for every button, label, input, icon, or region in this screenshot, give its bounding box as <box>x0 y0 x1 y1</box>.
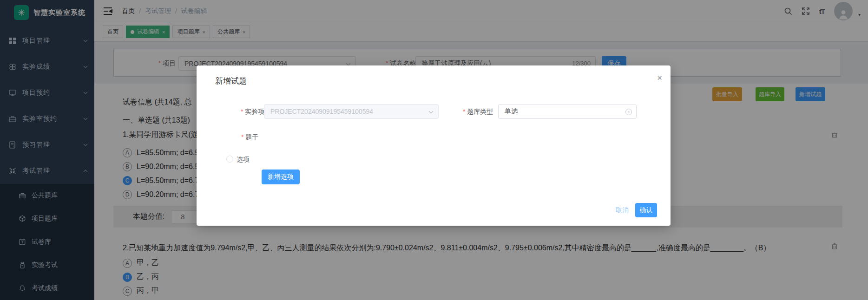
chevron-down-icon <box>428 111 434 114</box>
clear-circle-icon[interactable]: × <box>625 109 632 115</box>
add-question-modal: 新增试题 × 实验项目 PROJECT20240909195459100594 … <box>197 65 671 226</box>
bank-type-value: 单选 <box>505 107 518 116</box>
bank-type-label: 题库类型 <box>463 108 493 116</box>
add-option-button[interactable]: 新增选项 <box>262 170 300 184</box>
app-window: ✳ 智慧实验室系统 项目管理 实验成绩 项目预约 实验室预约 <box>0 0 868 300</box>
option-radio[interactable] <box>226 156 233 163</box>
option-radio-label: 选项 <box>237 156 250 164</box>
cancel-button[interactable]: 取消 <box>616 206 629 215</box>
exp-project-select-disabled[interactable]: PROJECT20240909195459100594 <box>264 104 439 119</box>
confirm-button[interactable]: 确认 <box>635 203 657 217</box>
stem-label: 题干 <box>241 133 258 142</box>
modal-close-icon[interactable]: × <box>657 73 662 83</box>
bank-type-input[interactable]: 单选 × <box>498 104 637 119</box>
exp-project-value: PROJECT20240909195459100594 <box>270 108 373 115</box>
modal-title: 新增试题 <box>215 76 247 86</box>
